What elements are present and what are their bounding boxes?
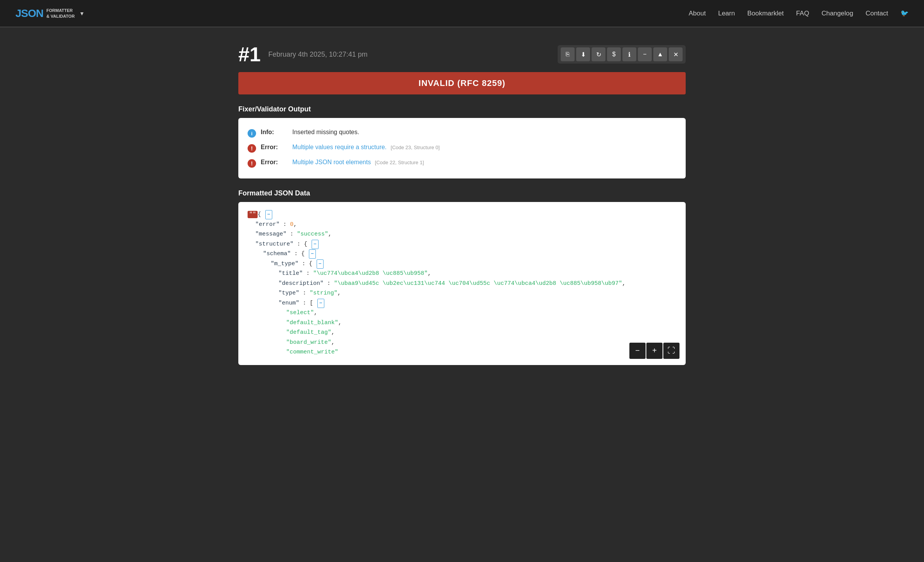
nav-learn[interactable]: Learn bbox=[718, 10, 735, 17]
error-code-2: [Code 22, Structure 1] bbox=[375, 160, 424, 165]
nav-changelog[interactable]: Changelog bbox=[821, 10, 853, 17]
toolbar-copy[interactable]: ⎘ bbox=[561, 47, 575, 61]
json-line-enum-tag: "default_tag", bbox=[286, 328, 676, 338]
json-line-enum-select: "select", bbox=[286, 308, 676, 318]
zoom-out-button[interactable]: − bbox=[629, 343, 646, 359]
validator-section-title: Fixer/Validator Output bbox=[238, 105, 686, 113]
json-collapse-mtype[interactable]: − bbox=[317, 259, 324, 269]
json-line-enum-comment: "comment_write" bbox=[286, 347, 676, 357]
error-msg-1: Multiple values require a structure. [Co… bbox=[292, 144, 440, 151]
nav-contact[interactable]: Contact bbox=[865, 10, 888, 17]
json-line-title: "title" : "\uc774\ubca4\ud2b8 \uc885\ub9… bbox=[278, 269, 676, 279]
validator-row-info: i Info: Inserted missing quotes. bbox=[248, 126, 676, 141]
validator-box: i Info: Inserted missing quotes. ! Error… bbox=[238, 118, 686, 178]
logo-line1: FORMATTER bbox=[46, 8, 74, 13]
validator-row-error-2: ! Error: Multiple JSON root elements [Co… bbox=[248, 156, 676, 171]
info-icon: i bbox=[248, 129, 256, 138]
panel-number: #1 bbox=[238, 43, 261, 66]
zoom-controls: − + ⛶ bbox=[629, 343, 680, 359]
json-line-type: "type" : "string", bbox=[278, 288, 676, 298]
main-content: #1 February 4th 2025, 10:27:41 pm ⎘ ⬇ ↻ … bbox=[231, 27, 693, 380]
json-line-mtype: "m_type" : { − bbox=[271, 259, 676, 269]
json-error-highlight: "" bbox=[248, 211, 258, 218]
panel-number-area: #1 February 4th 2025, 10:27:41 pm bbox=[238, 43, 368, 66]
error-link-2[interactable]: Multiple JSON root elements bbox=[292, 159, 371, 165]
zoom-fullscreen-button[interactable]: ⛶ bbox=[663, 343, 680, 359]
logo-text-group: FORMATTER & VALIDATOR bbox=[46, 8, 74, 19]
json-collapse-enum[interactable]: − bbox=[317, 299, 324, 308]
navbar: JSON FORMATTER & VALIDATOR ▼ About Learn… bbox=[0, 0, 924, 27]
json-line-enum-board: "board_write", bbox=[286, 338, 676, 348]
error-msg-2: Multiple JSON root elements [Code 22, St… bbox=[292, 159, 424, 166]
invalid-banner: INVALID (RFC 8259) bbox=[238, 72, 686, 94]
info-message: Inserted missing quotes. bbox=[292, 129, 359, 136]
json-line-error: "error" : 0, bbox=[255, 220, 676, 230]
json-collapse-schema[interactable]: − bbox=[309, 249, 316, 259]
json-line-enum: "enum" : [ − bbox=[278, 298, 676, 308]
json-line-enum-blank: "default_blank", bbox=[286, 318, 676, 328]
toolbar: ⎘ ⬇ ↻ $ ℹ − ▲ ✕ bbox=[558, 45, 686, 64]
toolbar-close[interactable]: ✕ bbox=[669, 47, 683, 61]
error-code-1: [Code 23, Structure 0] bbox=[391, 145, 440, 150]
panel-header: #1 February 4th 2025, 10:27:41 pm ⎘ ⬇ ↻ … bbox=[238, 43, 686, 66]
validator-row-error-1: ! Error: Multiple values require a struc… bbox=[248, 141, 676, 156]
toolbar-info[interactable]: ℹ bbox=[622, 47, 636, 61]
logo-line2: & VALIDATOR bbox=[46, 13, 74, 19]
toolbar-upload[interactable]: ▲ bbox=[653, 47, 667, 61]
logo-dropdown-button[interactable]: ▼ bbox=[79, 10, 85, 17]
json-line-root: ""{ − bbox=[248, 210, 676, 220]
json-line-message: "message" : "success", bbox=[255, 229, 676, 239]
nav-links: About Learn Bookmarklet FAQ Changelog Co… bbox=[689, 9, 909, 17]
json-line-schema: "schema" : { − bbox=[263, 249, 676, 259]
info-label: Info: bbox=[261, 129, 288, 136]
error-label-1: Error: bbox=[261, 144, 288, 151]
error-label-2: Error: bbox=[261, 159, 288, 166]
error-link-1[interactable]: Multiple values require a structure. bbox=[292, 144, 387, 150]
nav-bookmarklet[interactable]: Bookmarklet bbox=[747, 10, 784, 17]
json-section-title: Formatted JSON Data bbox=[238, 189, 686, 197]
error-icon-1: ! bbox=[248, 144, 256, 153]
json-collapse-root[interactable]: − bbox=[265, 210, 272, 219]
panel-date: February 4th 2025, 10:27:41 pm bbox=[268, 50, 368, 59]
json-box: ""{ − "error" : 0, "message" : "success"… bbox=[238, 202, 686, 365]
nav-faq[interactable]: FAQ bbox=[796, 10, 809, 17]
twitter-link[interactable]: 🐦 bbox=[900, 10, 909, 17]
zoom-in-button[interactable]: + bbox=[646, 343, 663, 359]
json-line-structure: "structure" : { − bbox=[255, 239, 676, 249]
toolbar-minimize[interactable]: − bbox=[638, 47, 652, 61]
toolbar-monetize[interactable]: $ bbox=[607, 47, 621, 61]
nav-about[interactable]: About bbox=[689, 10, 706, 17]
toolbar-refresh[interactable]: ↻ bbox=[592, 47, 605, 61]
json-line-description: "description" : "\ubaa9\ud45c \ub2ec\uc1… bbox=[278, 279, 676, 289]
json-collapse-structure[interactable]: − bbox=[312, 240, 319, 249]
toolbar-download[interactable]: ⬇ bbox=[576, 47, 590, 61]
logo-json-text: JSON bbox=[15, 7, 43, 20]
error-icon-2: ! bbox=[248, 159, 256, 168]
logo-area: JSON FORMATTER & VALIDATOR ▼ bbox=[15, 7, 84, 20]
